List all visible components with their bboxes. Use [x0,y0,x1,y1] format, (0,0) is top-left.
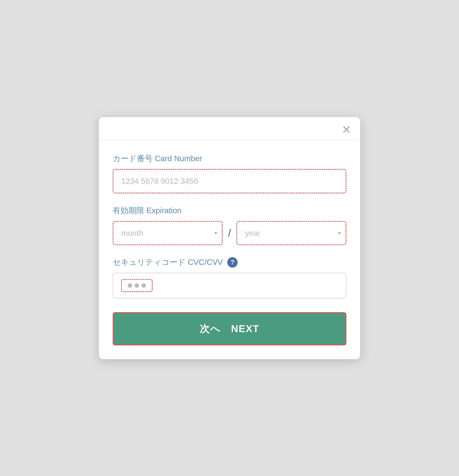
cvc-help-icon[interactable]: ? [227,257,238,268]
expiration-group: 有効期限 Expiration month 01 02 03 04 05 06 … [113,205,346,245]
cvc-group: セキュリティコード CVC/CVV ? [113,257,346,298]
cvc-input-wrapper [113,273,346,298]
cvc-dots-box [121,279,153,292]
expiration-separator: / [223,227,236,239]
month-select-wrapper: month 01 02 03 04 05 06 07 08 09 10 11 [113,221,223,245]
card-number-group: カード番号 Card Number [113,153,346,193]
year-select-wrapper: year 2024 2025 2026 2027 2028 2029 2030 … [236,221,346,245]
card-number-label: カード番号 Card Number [113,153,346,164]
payment-modal: ✕ カード番号 Card Number 有効期限 Expiration mont… [99,117,360,359]
modal-body: カード番号 Card Number 有効期限 Expiration month … [99,140,360,359]
modal-overlay: ✕ カード番号 Card Number 有効期限 Expiration mont… [0,0,459,476]
cvc-label: セキュリティコード CVC/CVV [113,257,223,268]
next-button[interactable]: 次へ NEXT [113,312,346,345]
card-number-input-wrapper [113,169,346,193]
close-button[interactable]: ✕ [341,124,352,135]
year-select[interactable]: year 2024 2025 2026 2027 2028 2029 2030 … [236,221,346,245]
cvc-dot-1 [128,283,132,288]
expiration-row: month 01 02 03 04 05 06 07 08 09 10 11 [113,221,346,245]
cvc-dot-2 [135,283,139,288]
expiration-label: 有効期限 Expiration [113,205,346,216]
modal-header: ✕ [99,117,360,140]
cvc-label-row: セキュリティコード CVC/CVV ? [113,257,346,268]
month-select[interactable]: month 01 02 03 04 05 06 07 08 09 10 11 [113,221,223,245]
cvc-dot-3 [141,283,146,288]
card-number-input[interactable] [113,169,346,193]
